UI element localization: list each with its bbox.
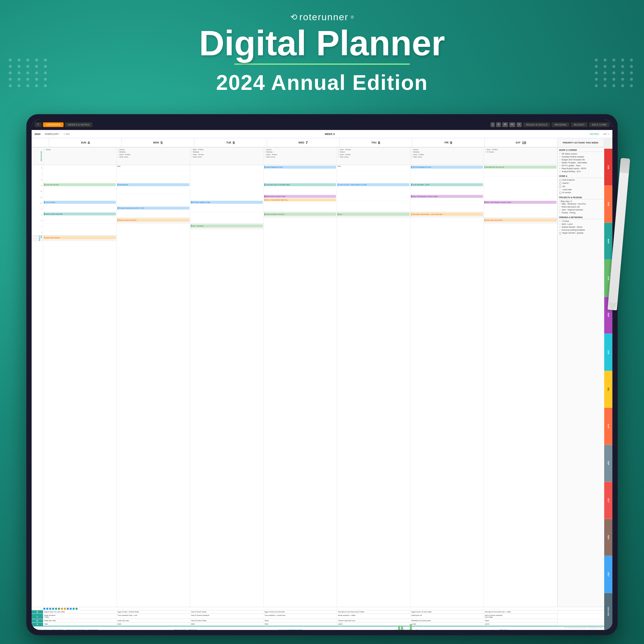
day-header-mon: MON 5: [122, 138, 194, 147]
week-num-3[interactable]: III: [502, 122, 508, 127]
tab-feb[interactable]: FEB: [604, 186, 612, 222]
event-wed-4[interactable]: Block + Analyst Brief Q&A Prep: [264, 198, 336, 201]
tab-nov[interactable]: NOV: [604, 519, 612, 556]
event-sun-4[interactable]: Skype with Grandpa: [44, 236, 116, 239]
dinner-fri: Meatballs and sweet potato: [410, 619, 484, 622]
time-8: 8: [32, 177, 43, 183]
time-7: 7: [32, 171, 43, 177]
tab-dec[interactable]: DEC: [604, 556, 612, 593]
breakfast-label: B: [32, 610, 43, 614]
thu-label: THU: [371, 141, 376, 144]
wed-column: ✓ Stretch ✓ Meditate ✓ Read - 30 Mins ✓ …: [264, 148, 337, 607]
day-header-tue: TUE 6: [194, 138, 267, 147]
event-tue-1[interactable]: KPI Team Updates 1-3pm: [191, 201, 263, 204]
lunch-sat: Ham & cheese sandwichFruit shake: [484, 614, 557, 619]
tue-num: 6: [233, 141, 235, 145]
breakfast-fri: Eggs & toast, OJ with coffee: [410, 610, 484, 614]
breakfast-sat: Pancakes & fruit mixed nuts + coffee: [484, 610, 557, 614]
priority-item: ✓Analyst Briefing - Q+A: [559, 170, 603, 173]
steps-tue: 9582: [190, 623, 264, 626]
priority-item: ✓SR Slides revision: [559, 153, 603, 155]
fri-label: FRI: [445, 141, 449, 144]
sun-label: SUN: [81, 141, 86, 144]
steps-label: S: [32, 623, 43, 626]
nav-tabs: ☰ CONTENTS WEEKS & NOTES: [35, 122, 260, 127]
brand-logo: ⟲ roterunner ®: [0, 12, 644, 23]
event-sat-1[interactable]: Golf with Raf 7am Tee off: [484, 166, 556, 169]
prev-week-btn[interactable]: < W5: [64, 133, 70, 136]
tab-mar[interactable]: MAR: [604, 223, 612, 260]
tab-jul[interactable]: JUL: [604, 371, 612, 408]
steps-sun: 7899: [43, 623, 117, 626]
tab-reading[interactable]: READING: [551, 122, 569, 127]
event-fri-4[interactable]: Date Night: Mortens/Mir... with James 8p…: [411, 213, 483, 216]
event-mon-1[interactable]: Dept Meeting: [117, 183, 189, 186]
tab-aug[interactable]: AUG: [604, 408, 612, 445]
footer-note: For more tutorials, tips & tricks, visit…: [565, 627, 602, 628]
priority-header: PRIORITY ACTIONS THIS WEEK: [557, 138, 604, 147]
priority-item: ✓- book hotel: [559, 189, 603, 191]
event-thu-2[interactable]: Gym: [338, 213, 410, 216]
event-sun-3[interactable]: Catch up with Clark Kids: [44, 213, 116, 215]
event-wed-1[interactable]: Analyst Meeting 9-11am: [264, 166, 336, 169]
home-section: HOME & Work Expense Submit ! Jan ✓- book…: [559, 175, 603, 194]
breakfast-mon: Eggs & Toast + Protein Shake: [117, 610, 190, 614]
day-header-sat: SAT 10: [485, 138, 557, 147]
event-wed-2[interactable]: Lunch with Jane 12:30 Mary Place: [264, 183, 336, 186]
tab-jun[interactable]: JUN: [604, 334, 612, 371]
priority-item: ✓Budget 2020 Simulation file: [559, 159, 603, 161]
tab-bucket[interactable]: BUCKET: [571, 122, 588, 127]
tab-roles-goals[interactable]: ROLES & GOALS: [523, 122, 550, 127]
time-2: 2: [32, 212, 43, 218]
priority-item: ✓Brand discussion call: [559, 206, 603, 208]
tab-oct[interactable]: OCT: [604, 482, 612, 519]
next-week-btn[interactable]: W7 >: [603, 133, 609, 136]
event-wed-5[interactable]: Pokemon Walk /w Raf 6pm: [264, 213, 336, 216]
tab-self-care[interactable]: SELF CARE: [589, 122, 609, 127]
event-fri-2[interactable]: Lunch with Akhil - 12:30: [411, 183, 483, 186]
tab-sep[interactable]: SEP: [604, 445, 612, 482]
sun-column: ✓ Sleep! Cycle ride with kids Lunch at A…: [43, 148, 117, 607]
sleep-bar-tue: T: [401, 626, 403, 630]
tue-label: TUE: [226, 141, 231, 144]
page-title: Digital Planner: [0, 25, 644, 61]
notes-link[interactable]: NOTES: [590, 133, 599, 136]
event-sat-2[interactable]: Bella / Raf Playdate Cosmos 2-5pm: [484, 201, 556, 204]
steps-wed: 7830: [264, 623, 337, 626]
event-fri-3[interactable]: Bella / Raf Playdate Cosmos 2-5pm: [411, 195, 483, 198]
sun-num: 4: [88, 141, 90, 145]
week-num-4[interactable]: IV: [509, 122, 515, 127]
event-thu-1[interactable]: Lunch & Learn - Data Analytics 12-2pm: [338, 183, 410, 186]
event-tue-2[interactable]: Gym - Full Body: [191, 225, 263, 227]
event-sun-2[interactable]: Lunch at Atlas: [44, 201, 116, 204]
event-mon-3[interactable]: Brand call with M+R 9pm: [117, 219, 189, 222]
hamburger-menu[interactable]: ☰: [35, 122, 42, 127]
event-sat-3[interactable]: Dinner with James 8pm: [484, 219, 556, 222]
dinner-thu: Chicken salad with soup: [337, 619, 410, 622]
mon-walk: Walk: [117, 165, 190, 171]
week-num-2[interactable]: II: [496, 122, 501, 127]
mon-column: ✓ Stretch ✓ Meditate ✓ Read - 30 Mins ✓ …: [117, 148, 190, 607]
tab-weeks-notes[interactable]: WEEKS & NOTES: [65, 122, 93, 127]
week-num-1[interactable]: I: [491, 122, 495, 127]
week-num-5[interactable]: V: [517, 122, 522, 127]
fri-column: ✓ Stretch ✓ Meditate ✓ Read - 30 Mins ✓ …: [410, 148, 484, 607]
work-career-title: WORK & CAREER: [559, 149, 603, 152]
projects-section: PROJECTS & PASSION ›Blog copy x 2 ✓Mike …: [559, 196, 603, 214]
self-care-panel: SELF-CARE & FITNESS MCycle with kids TWa…: [173, 628, 276, 630]
projects-title: PROJECTS & PASSION: [559, 196, 603, 199]
event-sun-1[interactable]: Cycle ride with kids: [44, 183, 116, 186]
priority-item: ›Blog copy x 2: [559, 200, 603, 202]
event-fri-1[interactable]: 2021 Draft Budget 9-11am: [411, 166, 483, 169]
priority-item: Jan: [559, 185, 603, 188]
lunch-label: L: [32, 614, 43, 619]
thu-routine: ✓ Swim - 30 Mins ✓ Stretch ✓ Read - 30 M…: [338, 148, 409, 158]
event-mon-2[interactable]: PN Talk to Oxford Union 3:30 - 5:30: [117, 207, 189, 210]
tab-jan[interactable]: JAN: [604, 149, 612, 186]
tab-user-guide[interactable]: USER GUIDE: [604, 593, 612, 630]
event-wed-3[interactable]: Bella School Concert 2-5pm: [264, 195, 336, 198]
month-label: FEBRUARY: [45, 133, 59, 136]
dinner-sun: Steak with chips: [43, 619, 117, 622]
current-week-label: WEEK 6: [325, 133, 335, 136]
tab-contents[interactable]: CONTENTS: [43, 122, 64, 127]
